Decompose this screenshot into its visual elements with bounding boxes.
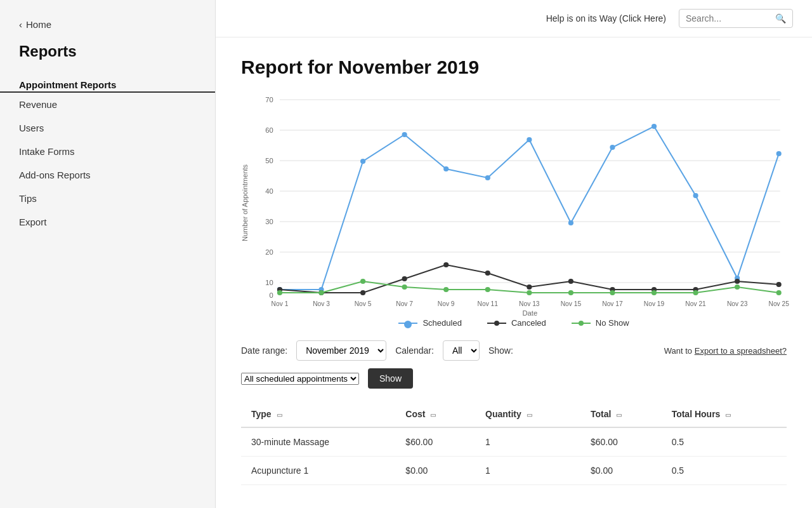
sidebar-nav: Appointment Reports Revenue Users Intake…: [0, 73, 215, 234]
sort-icon-total: ▭: [616, 411, 622, 418]
y-axis-label: Number of Appointments: [241, 93, 249, 312]
show-button[interactable]: Show: [368, 368, 413, 389]
cell-cost-1: $0.00: [395, 457, 475, 485]
col-quantity[interactable]: Quantity ▭: [475, 401, 580, 427]
table-body: 30-minute Massage $60.00 1 $60.00 0.5 Ac…: [241, 427, 787, 485]
sidebar-item-revenue[interactable]: Revenue: [0, 93, 215, 116]
svg-point-62: [568, 290, 573, 295]
svg-text:Nov 13: Nov 13: [519, 300, 540, 307]
legend-scheduled-label: Scheduled: [422, 318, 461, 328]
sidebar-item-users[interactable]: Users: [0, 116, 215, 140]
svg-point-61: [527, 290, 532, 295]
svg-text:Nov 19: Nov 19: [644, 300, 665, 307]
sidebar-item-appointment-reports[interactable]: Appointment Reports: [0, 73, 215, 93]
page-title: Report for November 2019: [241, 57, 787, 78]
calendar-label: Calendar:: [395, 345, 434, 356]
legend-scheduled: Scheduled: [398, 318, 461, 328]
svg-point-46: [443, 262, 449, 267]
chart-legend: Scheduled Canceled No Show: [241, 318, 787, 328]
sidebar: ‹ Home Reports Appointment Reports Reven…: [0, 0, 216, 508]
svg-text:30: 30: [265, 218, 273, 225]
table-header: Type ▭ Cost ▭ Quantity ▭ Total ▭: [241, 401, 787, 427]
legend-noshow-label: No Show: [596, 318, 629, 328]
svg-text:10: 10: [265, 279, 273, 286]
svg-point-48: [527, 284, 532, 290]
sort-icon-type: ▭: [277, 411, 282, 418]
svg-point-34: [485, 175, 490, 180]
svg-text:Nov 11: Nov 11: [478, 300, 499, 307]
svg-text:Nov 21: Nov 21: [685, 300, 706, 307]
date-range-label: Date range:: [241, 345, 287, 356]
sidebar-item-tips[interactable]: Tips: [0, 187, 215, 210]
sidebar-item-export[interactable]: Export: [0, 210, 215, 234]
svg-point-63: [610, 290, 615, 295]
col-total-hours[interactable]: Total Hours ▭: [662, 401, 787, 427]
svg-text:Nov 15: Nov 15: [561, 300, 582, 307]
svg-point-37: [610, 145, 615, 150]
controls-row-1: Date range: November 2019 Calendar: All …: [241, 340, 787, 361]
svg-point-60: [485, 287, 490, 292]
chart-inner: 70 60 50 40 30 20 10 0 Nov 1 Nov 3 Nov 5: [254, 93, 787, 312]
svg-text:0: 0: [269, 291, 273, 299]
svg-point-55: [277, 290, 282, 295]
svg-point-35: [527, 137, 532, 142]
svg-point-65: [693, 290, 698, 295]
sidebar-item-intake-forms[interactable]: Intake Forms: [0, 140, 215, 163]
sidebar-item-addons-reports[interactable]: Add-ons Reports: [0, 163, 215, 187]
cancelled-line-icon: [487, 323, 506, 324]
svg-point-58: [402, 284, 407, 290]
cell-total-0: $60.00: [580, 427, 662, 457]
svg-point-54: [776, 282, 782, 287]
cell-cost-0: $60.00: [395, 427, 475, 457]
svg-point-45: [402, 276, 407, 281]
sort-icon-quantity: ▭: [527, 411, 532, 418]
svg-point-39: [693, 193, 698, 198]
back-arrow-icon: ‹: [19, 19, 22, 30]
svg-point-33: [443, 166, 449, 171]
help-link[interactable]: Help is on its Way (Click Here): [546, 13, 666, 23]
svg-point-36: [568, 220, 573, 225]
filter-select[interactable]: All scheduled appointments: [241, 373, 359, 385]
back-button[interactable]: ‹ Home: [0, 13, 215, 43]
back-label: Home: [26, 19, 51, 30]
svg-point-49: [568, 279, 573, 284]
export-spreadsheet-link[interactable]: Export to a spreadsheet?: [695, 346, 787, 356]
legend-cancelled: Canceled: [487, 318, 546, 328]
cell-total-hours-1: 0.5: [662, 457, 787, 485]
svg-text:Nov 3: Nov 3: [313, 300, 330, 307]
cell-type-1: Acupuncture 1: [241, 457, 395, 485]
col-cost[interactable]: Cost ▭: [395, 401, 475, 427]
svg-text:Nov 25: Nov 25: [768, 300, 789, 307]
cell-total-hours-0: 0.5: [662, 427, 787, 457]
svg-text:50: 50: [265, 157, 273, 164]
svg-text:60: 60: [265, 126, 273, 134]
noshow-line-icon: [572, 323, 591, 324]
col-type[interactable]: Type ▭: [241, 401, 395, 427]
svg-text:Nov 9: Nov 9: [438, 300, 455, 307]
table-row: Acupuncture 1 $0.00 1 $0.00 0.5: [241, 457, 787, 485]
sort-icon-total-hours: ▭: [725, 411, 731, 418]
calendar-select[interactable]: All: [443, 340, 480, 361]
svg-text:20: 20: [265, 248, 273, 256]
svg-point-59: [443, 287, 449, 292]
svg-point-56: [318, 290, 324, 295]
report-table: Type ▭ Cost ▭ Quantity ▭ Total ▭: [241, 401, 787, 485]
svg-text:Nov 23: Nov 23: [727, 300, 748, 307]
chart-svg: 70 60 50 40 30 20 10 0 Nov 1 Nov 3 Nov 5: [254, 93, 787, 309]
search-icon: 🔍: [775, 13, 786, 23]
col-total[interactable]: Total ▭: [580, 401, 662, 427]
svg-point-38: [652, 124, 657, 129]
search-input[interactable]: [686, 13, 775, 23]
svg-point-31: [360, 159, 365, 164]
svg-point-66: [735, 284, 740, 290]
controls-row-2: All scheduled appointments Show: [241, 368, 787, 389]
date-range-select[interactable]: November 2019: [296, 340, 386, 361]
svg-text:Nov 1: Nov 1: [272, 300, 289, 307]
svg-point-67: [776, 290, 782, 295]
svg-text:40: 40: [265, 187, 273, 195]
scheduled-line-icon: [398, 323, 417, 324]
svg-point-44: [360, 290, 365, 295]
svg-point-47: [485, 271, 490, 276]
export-link-wrapper: Want to Export to a spreadsheet?: [664, 346, 787, 356]
main-panel: Help is on its Way (Click Here) 🔍 Report…: [216, 0, 812, 508]
